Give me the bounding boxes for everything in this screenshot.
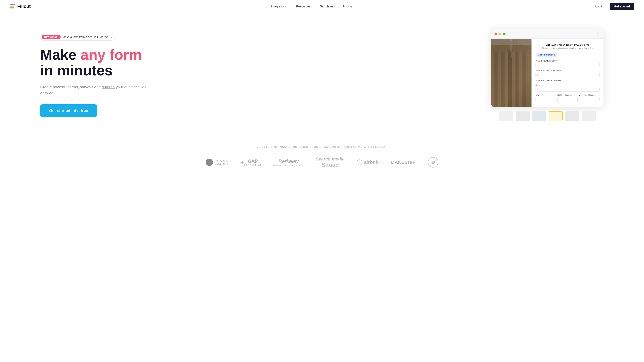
city-label: City	[536, 94, 556, 96]
svg-rect-2	[501, 51, 505, 107]
logos-row: H HARVARD UNIVERSITY ◀ GAP CONSULTING Be…	[16, 156, 628, 168]
fullname-label: What is your full name?	[536, 60, 600, 62]
logo-makeship: MAKESHIP	[391, 160, 416, 165]
logo-squad: Search mediaSquad	[316, 156, 344, 168]
svg-rect-7	[500, 49, 506, 52]
thumbnail-strip	[491, 111, 604, 121]
svg-rect-13	[510, 41, 511, 51]
svg-point-14	[510, 39, 512, 41]
hero-right: ⊞	[491, 29, 604, 121]
address-label: Address	[536, 84, 600, 86]
zip-label: ZIP / Postal code	[579, 94, 600, 96]
svg-rect-1	[494, 51, 498, 107]
form-city-row: City State / Province ZIP / Postal code	[536, 94, 600, 104]
logo-text: Fillout	[17, 4, 30, 9]
hero-cta-button[interactable]: Get started - it's free	[40, 104, 97, 117]
social-proof-label: 77,000+ organizations build secure and p…	[16, 145, 628, 148]
nav-right: Log in Get started	[592, 2, 634, 10]
quizzes-link[interactable]: quizzes	[102, 85, 114, 89]
logo-seal: ⊕	[428, 157, 438, 168]
email-input[interactable]	[536, 73, 600, 77]
form-hero-image	[491, 39, 532, 107]
browser-dot-green	[503, 32, 506, 35]
browser-content: AB Law Offices Client Intake Form Please…	[491, 39, 604, 107]
svg-rect-6	[493, 49, 499, 52]
gap-arrow-icon: ◀	[240, 160, 243, 164]
logo-bar-2	[10, 6, 14, 7]
hero-section: New AI tool Make a form from a doc, PDF …	[0, 13, 644, 133]
ai-tool-badge[interactable]: New AI tool Make a form from a doc, PDF …	[40, 33, 115, 41]
chevron-down-icon: ▾	[288, 5, 289, 8]
city-input[interactable]	[536, 97, 556, 101]
browser-topbar: ⊞	[491, 29, 604, 39]
chevron-down-icon: ▾	[334, 5, 336, 8]
seal-icon: ⊕	[428, 157, 438, 168]
zip-input[interactable]	[579, 97, 600, 101]
airbnb-icon: ⌂	[356, 159, 362, 165]
hero-description: Create powerful forms, surveys and quizz…	[40, 84, 157, 96]
nav-pricing[interactable]: Pricing	[340, 3, 355, 10]
form-section-label: Client information	[536, 53, 557, 57]
thumbnail-1[interactable]	[499, 111, 513, 121]
form-field-city: City	[536, 94, 556, 101]
address-header-label: What is your current address?	[536, 79, 600, 82]
fullname-input[interactable]	[536, 63, 600, 67]
navbar: Fillout Integrations ▾ Resources ▾ Templ…	[0, 0, 644, 13]
thumbnail-2[interactable]	[516, 111, 530, 121]
badge-text: Make a form from a doc, PDF or text	[62, 35, 108, 39]
form-field-address-header: What is your current address?	[536, 79, 600, 82]
form-subtitle: Please fill out the following to submit …	[536, 47, 600, 49]
address-input[interactable]	[536, 87, 600, 91]
logo-icon	[10, 4, 15, 8]
harvard-shield-icon: H	[206, 159, 213, 166]
logo-harvard: H HARVARD UNIVERSITY	[206, 159, 228, 166]
form-field-state: State / Province	[558, 94, 578, 101]
nav-links: Integrations ▾ Resources ▾ Templates ▾ P…	[268, 3, 355, 10]
form-field-fullname: What is your full name?	[536, 60, 600, 67]
logo-bar-3	[10, 7, 14, 8]
svg-rect-10	[521, 49, 528, 52]
form-preview-wrapper: ⊞	[491, 29, 604, 121]
svg-rect-3	[508, 51, 512, 107]
state-label: State / Province	[558, 94, 578, 96]
get-started-nav-button[interactable]: Get started	[610, 2, 634, 10]
nav-resources[interactable]: Resources ▾	[293, 3, 315, 10]
form-field-email: What is your email address? ✉	[536, 70, 600, 77]
form-content: AB Law Offices Client Intake Form Please…	[532, 39, 604, 107]
email-label: What is your email address?	[536, 70, 600, 72]
thumbnail-6[interactable]	[582, 111, 596, 121]
browser-dot-red	[494, 32, 497, 35]
nav-templates[interactable]: Templates ▾	[317, 3, 338, 10]
svg-rect-9	[514, 49, 520, 52]
logo-gap: ◀ GAP CONSULTING	[240, 158, 261, 166]
badge-pill: New AI tool	[42, 34, 60, 39]
form-field-address: Address 📍	[536, 84, 600, 91]
headline-highlight: any form	[80, 47, 142, 63]
svg-rect-4	[516, 51, 519, 107]
hero-headline: Make any form in minutes	[40, 47, 157, 78]
logo[interactable]: Fillout	[10, 4, 30, 9]
svg-rect-5	[522, 51, 526, 107]
arrow-icon: ›	[111, 35, 112, 39]
headline-part1: Make	[40, 47, 80, 63]
svg-rect-8	[507, 49, 514, 52]
logo-bar-1	[10, 4, 15, 5]
chevron-down-icon: ▾	[311, 5, 312, 8]
social-proof-section: 77,000+ organizations build secure and p…	[0, 133, 644, 176]
window-icon: ⊞	[597, 31, 600, 36]
login-button[interactable]: Log in	[592, 3, 606, 10]
thumbnail-5[interactable]	[565, 111, 579, 121]
thumbnail-3[interactable]	[532, 111, 546, 121]
browser-dot-yellow	[499, 32, 501, 35]
headline-part2: in minutes	[40, 62, 113, 78]
logo-airbnb: ⌂ airbnb	[356, 159, 378, 165]
browser-window: ⊞	[491, 29, 604, 107]
state-input[interactable]	[558, 97, 578, 101]
nav-integrations[interactable]: Integrations ▾	[268, 3, 292, 10]
form-field-zip: ZIP / Postal code	[579, 94, 600, 101]
logo-berkeley: Berkeley UNIVERSITY OF CALIFORNIA	[273, 158, 304, 167]
hero-left: New AI tool Make a form from a doc, PDF …	[40, 33, 157, 117]
form-title: AB Law Offices Client Intake Form	[536, 43, 600, 46]
thumbnail-4[interactable]	[548, 111, 563, 121]
